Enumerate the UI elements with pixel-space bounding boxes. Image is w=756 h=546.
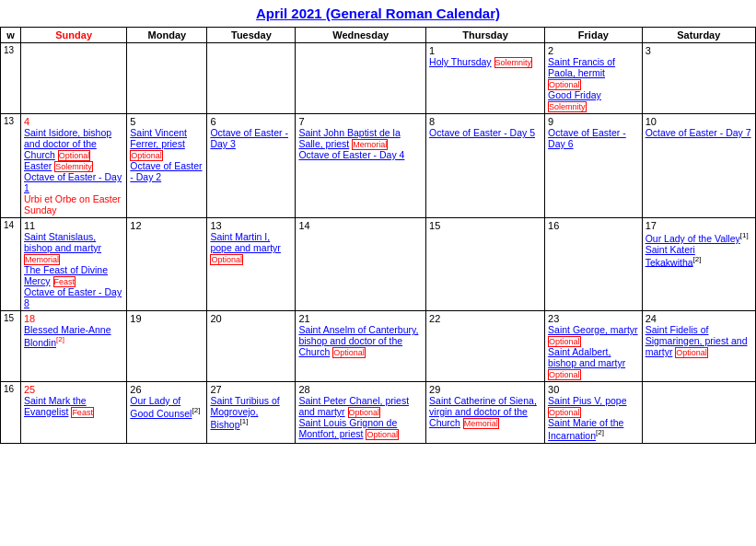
event-link[interactable]: Octave of Easter - Day 2 [130, 160, 202, 182]
event-link[interactable]: Saint Martin I, pope and martyr [210, 231, 280, 253]
day-cell: 10Octave of Easter - Day 7 [642, 114, 755, 218]
event-link[interactable]: Saint Francis of Paola, hermit [548, 56, 615, 78]
event-badge: Optional [210, 254, 243, 265]
day-content: Saint Fidelis of Sigmaringen, priest and… [646, 324, 752, 357]
day-cell: 7Saint John Baptist de la Salle, priest … [296, 114, 426, 218]
event-link[interactable]: Octave of Easter - Day 6 [548, 127, 626, 149]
day-cell: 21Saint Anselm of Canterbury, bishop and… [296, 311, 426, 382]
day-cell: 11Saint Stanislaus, bishop and martyr Me… [21, 218, 127, 311]
col-header-thursday: Thursday [426, 28, 545, 43]
col-header-monday: Monday [127, 28, 207, 43]
event-link[interactable]: Saint Adalbert, bishop and martyr [548, 346, 625, 368]
day-number: 4 [24, 116, 123, 127]
day-cell: 3 [642, 43, 755, 114]
day-content: Saint Mark the Evangelist Feast [24, 395, 123, 417]
day-number: 10 [646, 116, 752, 127]
day-number: 16 [548, 220, 639, 231]
day-cell: 30Saint Pius V, pope OptionalSaint Marie… [545, 382, 643, 444]
week-number: 15 [1, 311, 21, 382]
event-text: Urbi et Orbe on Easter Sunday [24, 193, 121, 215]
event-link[interactable]: Octave of Easter - Day 4 [298, 149, 404, 160]
event-link[interactable]: Saint Vincent Ferrer, priest [130, 127, 187, 149]
day-cell: 19 [127, 311, 207, 382]
day-number: 27 [210, 384, 292, 395]
event-sup: [1] [240, 417, 249, 425]
day-content: Saint George, martyr OptionalSaint Adalb… [548, 324, 639, 379]
event-link[interactable]: Holy Thursday [429, 56, 492, 67]
day-content: Our Lady of the Valley[1]Saint Kateri Te… [646, 231, 752, 267]
day-cell: 2Saint Francis of Paola, hermit Optional… [545, 43, 643, 114]
day-number: 26 [130, 384, 204, 395]
event-link[interactable]: Saint Stanislaus, bishop and martyr [24, 231, 101, 253]
day-cell: 27Saint Turibius of Mogrovejo, Bishop[1] [207, 382, 296, 444]
event-link[interactable]: Octave of Easter - Day 8 [24, 286, 122, 308]
event-link[interactable]: Our Lady of Good Counsel [130, 395, 192, 419]
day-number: 17 [646, 220, 752, 231]
day-cell: 20 [207, 311, 296, 382]
day-content: Saint Turibius of Mogrovejo, Bishop[1] [210, 395, 292, 430]
event-link[interactable]: Saint Marie of the Incarnation [548, 417, 623, 441]
day-number: 22 [429, 313, 541, 324]
event-link[interactable]: Saint Pius V, pope [548, 395, 626, 406]
week-row: 1625Saint Mark the Evangelist Feast26Our… [1, 382, 756, 444]
event-badge: Solemnity [494, 57, 533, 68]
event-link[interactable]: Blessed Marie-Anne Blondin [24, 324, 111, 348]
day-content: Saint Catherine of Siena, virgin and doc… [429, 395, 541, 428]
day-number: 28 [298, 384, 423, 395]
day-cell: 25Saint Mark the Evangelist Feast [21, 382, 127, 444]
week-row: 134Saint Isidore, bishop and doctor of t… [1, 114, 756, 218]
day-cell: 26Our Lady of Good Counsel[2] [127, 382, 207, 444]
event-link[interactable]: Our Lady of the Valley [646, 233, 740, 244]
day-number: 5 [130, 116, 204, 127]
event-link[interactable]: Easter [24, 160, 52, 171]
calendar-body: 131Holy Thursday Solemnity2Saint Francis… [1, 43, 756, 444]
day-content: Saint Stanislaus, bishop and martyr Memo… [24, 231, 123, 308]
event-badge: Optional [332, 347, 366, 358]
event-sup: [2] [693, 255, 702, 263]
col-header-friday: Friday [545, 28, 643, 43]
day-number: 18 [24, 313, 123, 324]
col-header-tuesday: Tuesday [207, 28, 296, 43]
day-cell: 12 [127, 218, 207, 311]
day-number: 13 [210, 220, 292, 231]
day-content: Holy Thursday Solemnity [429, 56, 541, 67]
event-link[interactable]: Octave of Easter - Day 3 [210, 127, 288, 149]
day-cell [642, 382, 755, 444]
event-link[interactable]: Saint Kateri Tekakwitha [646, 244, 695, 268]
day-number: 7 [298, 116, 423, 127]
event-link[interactable]: Octave of Easter - Day 7 [646, 127, 751, 138]
week-number: 16 [1, 382, 21, 444]
event-sup: [2] [56, 335, 64, 343]
day-number: 11 [24, 220, 123, 231]
day-cell: 29Saint Catherine of Siena, virgin and d… [426, 382, 545, 444]
col-header-sunday: Sunday [21, 28, 127, 43]
day-number: 1 [429, 45, 541, 56]
week-row: 1411Saint Stanislaus, bishop and martyr … [1, 218, 756, 311]
event-link[interactable]: Saint George, martyr [548, 324, 637, 335]
day-cell [127, 43, 207, 114]
day-cell: 4Saint Isidore, bishop and doctor of the… [21, 114, 127, 218]
day-content: Our Lady of Good Counsel[2] [130, 395, 204, 419]
header-row: wSundayMondayTuesdayWednesdayThursdayFri… [1, 28, 756, 43]
day-cell: 15 [426, 218, 545, 311]
page-title: April 2021 (General Roman Calendar) [0, 6, 756, 21]
day-number: 15 [429, 220, 541, 231]
day-cell [207, 43, 296, 114]
day-content: Saint Vincent Ferrer, priest OptionalOct… [130, 127, 204, 182]
day-cell: 8Octave of Easter - Day 5 [426, 114, 545, 218]
day-number: 3 [646, 45, 752, 56]
day-content: Saint John Baptist de la Salle, priest M… [298, 127, 423, 160]
event-link[interactable]: Good Friday [548, 89, 601, 100]
event-link[interactable]: Octave of Easter - Day 5 [429, 127, 535, 138]
event-sup: [1] [740, 231, 749, 239]
day-cell: 14 [296, 218, 426, 311]
day-cell: 24Saint Fidelis of Sigmaringen, priest a… [642, 311, 755, 382]
day-cell: 23Saint George, martyr OptionalSaint Ada… [545, 311, 643, 382]
day-cell [296, 43, 426, 114]
day-content: Saint Martin I, pope and martyr Optional [210, 231, 292, 264]
event-link[interactable]: Octave of Easter - Day 1 [24, 171, 122, 193]
event-sup: [2] [192, 406, 200, 414]
day-content: Octave of Easter - Day 6 [548, 127, 639, 149]
event-badge: Optional [58, 150, 91, 161]
day-number: 23 [548, 313, 639, 324]
